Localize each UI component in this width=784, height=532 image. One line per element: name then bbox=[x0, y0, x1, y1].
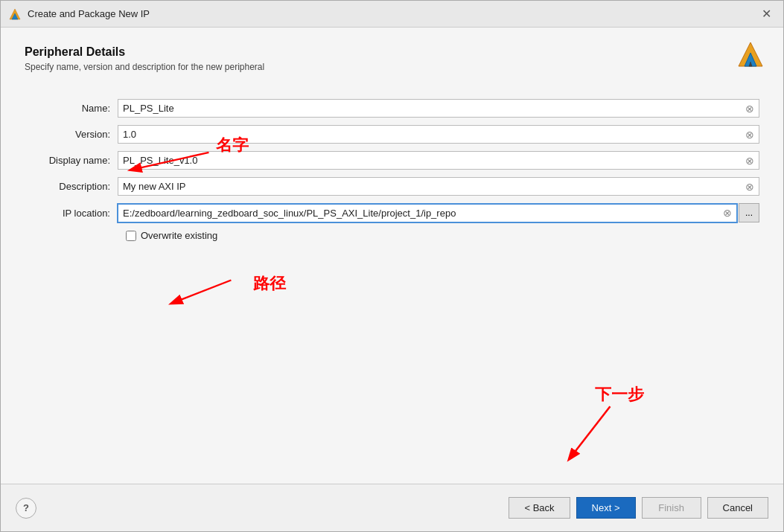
overwrite-row: Overwrite existing bbox=[126, 230, 759, 241]
ip-location-label: IP location: bbox=[39, 208, 118, 219]
description-input[interactable] bbox=[121, 179, 742, 194]
version-clear-button[interactable]: ⊗ bbox=[742, 129, 757, 140]
cancel-button[interactable]: Cancel bbox=[707, 497, 768, 519]
description-input-wrap: ⊗ bbox=[118, 177, 759, 196]
description-clear-button[interactable]: ⊗ bbox=[742, 182, 757, 192]
vivado-logo-area bbox=[736, 39, 765, 71]
dialog-window: Create and Package New IP ✕ Peripheral D… bbox=[0, 0, 784, 532]
svg-text:下一步: 下一步 bbox=[595, 385, 644, 403]
display-name-row: Display name: ⊗ bbox=[39, 151, 759, 170]
version-row: Version: ⊗ bbox=[39, 125, 759, 144]
section-subtitle: Specify name, version and description fo… bbox=[25, 62, 759, 72]
description-label: Description: bbox=[39, 181, 118, 192]
ip-location-row: IP location: ⊗ ... bbox=[39, 203, 759, 222]
form-area: Name: ⊗ Version: ⊗ Display name: bbox=[39, 99, 759, 241]
overwrite-checkbox[interactable] bbox=[126, 231, 136, 241]
title-bar: Create and Package New IP ✕ bbox=[1, 1, 783, 28]
dialog-footer: ? < Back Next > Finish Cancel bbox=[1, 484, 783, 531]
section-title: Peripheral Details bbox=[25, 45, 759, 59]
vivado-logo bbox=[736, 39, 765, 69]
ip-location-input[interactable] bbox=[121, 205, 720, 221]
ip-location-input-wrap: ⊗ bbox=[118, 204, 737, 222]
finish-button[interactable]: Finish bbox=[642, 497, 701, 519]
version-input[interactable] bbox=[121, 126, 742, 142]
content-area: Peripheral Details Specify name, version… bbox=[1, 28, 783, 484]
display-name-input[interactable] bbox=[121, 153, 742, 168]
version-input-wrap: ⊗ bbox=[118, 125, 759, 144]
dialog-title: Create and Package New IP bbox=[28, 8, 150, 19]
svg-line-10 bbox=[570, 406, 611, 459]
annotations-overlay: 名字 路径 下一步 bbox=[1, 28, 783, 484]
back-button[interactable]: < Back bbox=[509, 497, 570, 519]
title-bar-left: Create and Package New IP bbox=[8, 7, 150, 21]
display-name-label: Display name: bbox=[39, 155, 118, 166]
app-icon bbox=[8, 7, 22, 21]
ip-location-clear-button[interactable]: ⊗ bbox=[720, 208, 735, 218]
footer-left: ? bbox=[16, 498, 36, 519]
browse-button[interactable]: ... bbox=[739, 203, 759, 222]
footer-right: < Back Next > Finish Cancel bbox=[509, 497, 768, 519]
name-input-wrap: ⊗ bbox=[118, 99, 759, 118]
close-button[interactable]: ✕ bbox=[757, 7, 776, 22]
version-label: Version: bbox=[39, 129, 118, 140]
name-row: Name: ⊗ bbox=[39, 99, 759, 118]
next-button[interactable]: Next > bbox=[576, 497, 636, 519]
overwrite-label: Overwrite existing bbox=[141, 230, 217, 241]
help-button[interactable]: ? bbox=[16, 498, 36, 519]
name-label: Name: bbox=[39, 103, 118, 114]
description-row: Description: ⊗ bbox=[39, 177, 759, 196]
svg-text:路径: 路径 bbox=[253, 275, 286, 292]
name-input[interactable] bbox=[121, 100, 742, 116]
name-clear-button[interactable]: ⊗ bbox=[742, 103, 757, 114]
display-name-input-wrap: ⊗ bbox=[118, 151, 759, 170]
svg-line-8 bbox=[172, 281, 232, 304]
display-name-clear-button[interactable]: ⊗ bbox=[742, 156, 757, 166]
